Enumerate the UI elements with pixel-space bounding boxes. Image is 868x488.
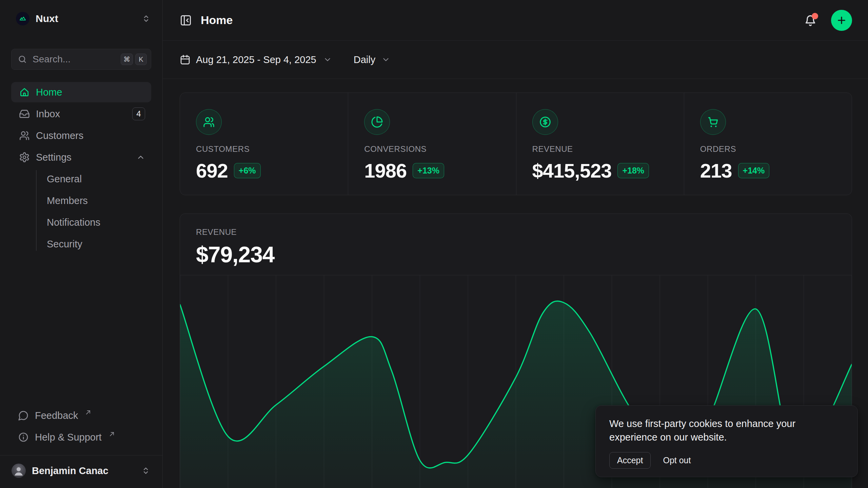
cookie-banner: We use first-party cookies to enhance yo… <box>595 405 858 477</box>
settings-subnav: General Members Notifications Security <box>22 169 140 254</box>
info-circle-icon <box>18 432 29 443</box>
shopping-cart-icon <box>707 116 719 128</box>
stat-label: REVENUE <box>532 144 674 154</box>
sidebar-nav: Home Inbox 4 Customers <box>11 82 151 256</box>
sidebar-item-label: Help & Support <box>35 432 102 443</box>
user-name: Benjamin Canac <box>32 465 108 476</box>
sidebar-item-label: Customers <box>36 130 83 141</box>
header-actions <box>804 10 852 31</box>
sidebar-item-home[interactable]: Home <box>11 82 151 102</box>
stat-value: 692 <box>196 159 228 182</box>
granularity-select[interactable]: Daily <box>354 54 390 65</box>
sidebar-item-security[interactable]: Security <box>22 234 140 254</box>
search-placeholder: Search... <box>33 54 71 65</box>
external-link-icon <box>85 409 92 416</box>
pie-chart-icon <box>371 116 383 128</box>
collapse-sidebar-icon[interactable] <box>180 14 192 26</box>
chevron-down-icon <box>323 55 332 64</box>
nuxt-logo-icon <box>16 12 29 25</box>
stat-conversions: CONVERSIONS 1986 +13% <box>348 93 516 195</box>
opt-out-button[interactable]: Opt out <box>662 452 692 468</box>
stat-delta-badge: +14% <box>738 163 770 178</box>
date-range-value: Aug 21, 2025 - Sep 4, 2025 <box>196 54 316 65</box>
message-circle-icon <box>18 410 29 421</box>
users-icon <box>203 116 215 128</box>
inbox-count-badge: 4 <box>132 107 145 120</box>
stat-customers: CUSTOMERS 692 +6% <box>180 93 348 195</box>
workspace-name: Nuxt <box>36 13 58 24</box>
sidebar-item-general[interactable]: General <box>22 169 140 189</box>
accept-button[interactable]: Accept <box>609 452 651 469</box>
sidebar-item-label: Settings <box>36 152 72 163</box>
sidebar-item-label: Notifications <box>47 217 100 228</box>
inbox-icon <box>19 108 30 119</box>
stats-row: CUSTOMERS 692 +6% CONVERSIONS <box>180 93 852 195</box>
stat-revenue: REVENUE $415,523 +18% <box>516 93 684 195</box>
stat-delta-badge: +6% <box>234 163 261 178</box>
sidebar-item-label: Inbox <box>36 108 60 120</box>
user-menu[interactable]: Benjamin Canac <box>7 460 156 481</box>
settings-icon <box>19 152 30 163</box>
sidebar-item-label: General <box>47 174 82 185</box>
stat-label: CUSTOMERS <box>196 144 338 154</box>
date-range-picker[interactable]: Aug 21, 2025 - Sep 4, 2025 <box>180 54 332 65</box>
external-link-icon <box>108 431 115 438</box>
sidebar-item-feedback[interactable]: Feedback <box>11 406 151 425</box>
granularity-value: Daily <box>354 54 375 65</box>
chart-title: REVENUE <box>196 227 836 237</box>
chevron-up-icon <box>136 153 145 162</box>
sidebar-user-section: Benjamin Canac <box>0 455 162 488</box>
sidebar-item-settings[interactable]: Settings <box>11 147 151 167</box>
circle-dollar-icon <box>539 116 551 128</box>
sidebar-item-members[interactable]: Members <box>22 190 140 211</box>
sidebar-item-label: Members <box>47 195 88 206</box>
cookie-actions: Accept Opt out <box>609 452 844 469</box>
stat-value: 1986 <box>364 159 407 182</box>
stat-delta-badge: +18% <box>617 163 649 178</box>
kbd-cmd: ⌘ <box>121 54 133 65</box>
stat-label: ORDERS <box>700 144 842 154</box>
page-title: Home <box>201 14 233 27</box>
search-kbd-hints: ⌘ K <box>121 54 147 65</box>
home-icon <box>19 87 30 98</box>
chart-current-value: $79,234 <box>196 242 836 267</box>
chevron-selector-icon <box>141 466 151 476</box>
stat-orders: ORDERS 213 +14% <box>684 93 852 195</box>
sidebar-item-notifications[interactable]: Notifications <box>22 212 140 232</box>
app-root: Nuxt Search... ⌘ K Home <box>0 0 868 488</box>
sidebar: Nuxt Search... ⌘ K Home <box>0 0 163 488</box>
sidebar-item-help-support[interactable]: Help & Support <box>11 427 151 447</box>
chevron-selector-icon <box>141 14 151 24</box>
sidebar-item-label: Security <box>47 239 82 250</box>
stat-delta-badge: +13% <box>413 163 444 178</box>
notification-dot <box>812 13 818 19</box>
search-icon <box>18 55 27 64</box>
sidebar-item-label: Home <box>36 87 62 98</box>
sidebar-spacer <box>0 256 162 406</box>
plus-icon <box>836 15 847 26</box>
sidebar-item-customers[interactable]: Customers <box>11 125 151 146</box>
revenue-chart-header: REVENUE $79,234 <box>180 214 852 267</box>
search-input[interactable]: Search... ⌘ K <box>11 49 151 70</box>
stat-icon-badge <box>532 109 558 135</box>
sidebar-footer-nav: Feedback Help & Support <box>11 406 151 449</box>
users-icon <box>19 130 30 141</box>
kbd-k: K <box>135 54 147 65</box>
cookie-message: We use first-party cookies to enhance yo… <box>609 417 813 444</box>
filters-toolbar: Aug 21, 2025 - Sep 4, 2025 Daily <box>163 41 868 79</box>
stat-label: CONVERSIONS <box>364 144 506 154</box>
workspace-switcher[interactable]: Nuxt <box>11 10 151 27</box>
sidebar-item-inbox[interactable]: Inbox 4 <box>11 104 151 124</box>
stat-icon-badge <box>196 109 222 135</box>
stat-icon-badge <box>700 109 726 135</box>
add-button[interactable] <box>831 10 852 31</box>
notifications-button[interactable] <box>804 14 817 27</box>
sidebar-item-label: Feedback <box>35 410 78 421</box>
calendar-icon <box>180 54 191 65</box>
chevron-down-icon <box>381 55 390 64</box>
stat-value: $415,523 <box>532 159 612 182</box>
stat-icon-badge <box>364 109 390 135</box>
page-header: Home <box>163 0 868 41</box>
avatar <box>12 464 26 478</box>
stat-value: 213 <box>700 159 732 182</box>
